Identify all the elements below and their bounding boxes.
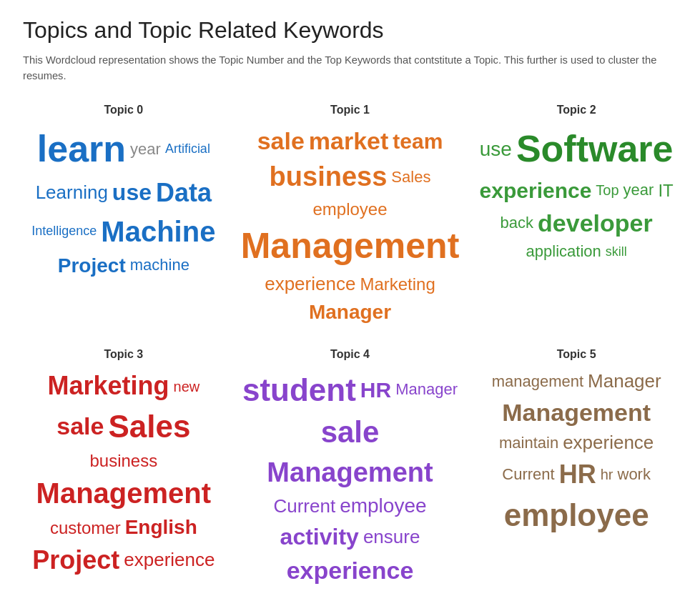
word-0-1: year: [130, 139, 161, 160]
topic-box-4: Topic 4studentHRManagersaleManagementCur…: [239, 348, 462, 587]
topic-title-5: Topic 5: [557, 348, 596, 361]
word-0-8: Project: [58, 253, 126, 279]
topic-box-1: Topic 1salemarketteambusinessSalesemploy…: [239, 104, 462, 327]
word-5-3: maintain: [499, 433, 558, 454]
word-0-9: machine: [130, 255, 189, 276]
word-2-4: year: [623, 180, 654, 201]
word-3-3: Sales: [108, 406, 190, 447]
word-1-8: Marketing: [360, 273, 435, 295]
page-title: Topics and Topic Related Keywords: [23, 17, 677, 44]
word-1-9: Manager: [309, 299, 391, 325]
word-3-8: Project: [32, 544, 119, 577]
word-2-5: IT: [658, 179, 673, 202]
word-1-1: market: [309, 125, 389, 157]
topic-title-0: Topic 0: [104, 104, 143, 116]
word-5-9: employee: [504, 495, 649, 535]
word-4-3: sale: [321, 413, 380, 452]
word-cloud-4: studentHRManagersaleManagementCurrentemp…: [239, 368, 462, 587]
page-description: This Wordcloud representation shows the …: [23, 52, 677, 84]
word-1-5: employee: [312, 198, 387, 220]
word-5-6: HR: [559, 458, 596, 492]
word-1-7: experience: [265, 272, 355, 297]
word-3-7: English: [125, 515, 197, 540]
word-1-0: sale: [257, 125, 305, 157]
word-0-0: learn: [37, 125, 126, 174]
word-4-2: Manager: [395, 379, 458, 400]
word-cloud-2: useSoftwareexperienceTopyearITbackdevelo…: [475, 124, 677, 263]
topic-box-0: Topic 0learnyearArtificialLearninguseDat…: [23, 104, 225, 327]
word-4-9: experience: [287, 555, 414, 586]
word-cloud-0: learnyearArtificialLearninguseDataIntell…: [23, 124, 225, 280]
wordcloud-grid: Topic 0learnyearArtificialLearninguseDat…: [23, 104, 677, 587]
word-4-0: student: [242, 369, 356, 410]
topic-title-3: Topic 3: [104, 348, 143, 361]
word-5-1: Manager: [588, 369, 661, 394]
word-4-5: Current: [273, 495, 335, 519]
word-0-5: Data: [156, 177, 212, 210]
word-3-9: experience: [124, 548, 215, 572]
word-cloud-3: MarketingnewsaleSalesbusinessManagementc…: [23, 368, 225, 578]
word-5-0: management: [492, 372, 583, 392]
word-2-3: Top: [596, 181, 618, 199]
word-4-4: Management: [267, 455, 433, 490]
topic-box-5: Topic 5managementManagerManagementmainta…: [475, 348, 677, 587]
word-3-5: Management: [36, 475, 212, 512]
word-2-9: skill: [606, 244, 627, 260]
word-1-6: Management: [241, 223, 460, 269]
word-0-2: Artificial: [165, 141, 210, 157]
word-cloud-1: salemarketteambusinessSalesemployeeManag…: [239, 124, 462, 327]
word-2-7: developer: [538, 207, 653, 239]
word-2-6: back: [501, 213, 533, 234]
word-5-7: hr: [601, 465, 613, 484]
word-3-0: Marketing: [47, 369, 169, 403]
word-5-2: Management: [502, 397, 651, 428]
word-3-4: business: [89, 450, 157, 472]
word-5-4: experience: [563, 431, 654, 455]
word-5-8: work: [618, 465, 651, 485]
word-3-2: sale: [56, 410, 104, 442]
word-4-8: ensure: [363, 525, 420, 550]
topic-title-1: Topic 1: [330, 104, 370, 116]
word-0-4: use: [112, 178, 152, 208]
word-3-6: customer: [50, 517, 121, 539]
word-3-1: new: [174, 377, 200, 396]
word-1-3: business: [270, 159, 388, 194]
topic-title-4: Topic 4: [330, 348, 370, 361]
word-1-2: team: [393, 127, 443, 155]
topic-box-2: Topic 2useSoftwareexperienceTopyearITbac…: [475, 104, 677, 327]
word-2-2: experience: [480, 177, 592, 204]
word-2-0: use: [480, 136, 512, 162]
word-2-8: application: [526, 242, 601, 262]
topic-box-3: Topic 3MarketingnewsaleSalesbusinessMana…: [23, 348, 225, 587]
word-0-3: Learning: [36, 181, 108, 205]
word-2-1: Software: [516, 125, 674, 174]
word-1-4: Sales: [391, 167, 430, 188]
topic-title-2: Topic 2: [557, 104, 596, 116]
word-4-7: activity: [280, 522, 359, 552]
word-0-6: Intelligence: [31, 223, 97, 239]
word-cloud-5: managementManagerManagementmaintainexper…: [475, 368, 677, 537]
word-4-6: employee: [340, 493, 426, 519]
word-4-1: HR: [360, 376, 391, 404]
word-0-7: Machine: [101, 213, 215, 250]
word-5-5: Current: [502, 465, 554, 485]
